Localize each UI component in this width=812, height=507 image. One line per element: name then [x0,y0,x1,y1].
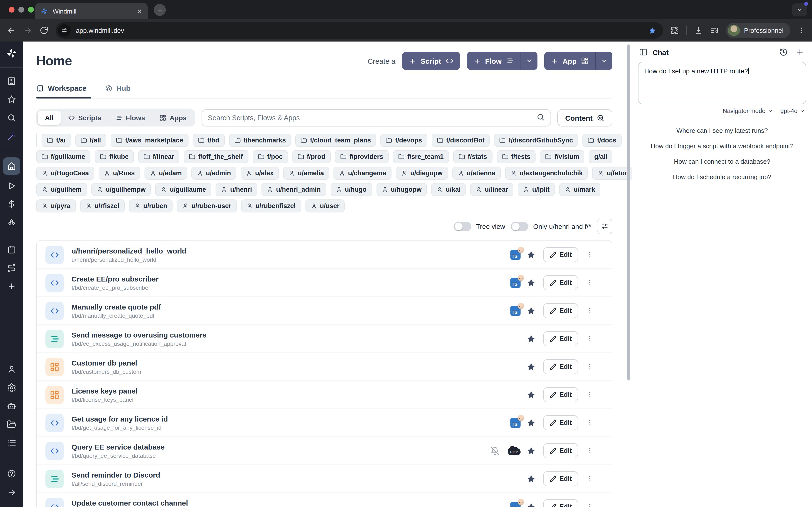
panel-toggle-icon[interactable] [639,48,648,56]
favorite-star-icon[interactable] [526,502,536,507]
owner-chip[interactable]: u/henri [216,183,257,196]
sidebar-item-variables[interactable] [3,196,20,213]
item-menu-icon[interactable] [586,419,594,427]
item-title[interactable]: Query EE service database [71,443,164,451]
create-flow-button[interactable]: Flow [467,52,537,70]
edit-button[interactable]: Edit [543,387,578,402]
create-app-button[interactable]: App [544,52,612,70]
owner-chip[interactable]: u/ruben [129,200,172,213]
edit-button[interactable]: Edit [543,247,578,262]
item-title[interactable]: Send message to overusing customers [71,331,207,339]
forward-button[interactable] [23,26,33,35]
owner-chip[interactable]: u/alex [241,167,279,180]
owner-chip[interactable]: f/stats [453,150,493,163]
item-menu-icon[interactable] [586,279,594,286]
chat-input[interactable]: How do I set up a new HTTP route? [638,62,806,104]
sidebar-expand-icon[interactable] [3,484,20,500]
owner-chip[interactable]: f/docs [582,134,621,147]
owner-chip[interactable]: f/guillaume [36,150,91,163]
bookmark-star-icon[interactable] [648,26,656,35]
list-item[interactable]: Query EE service database f/bd/query_ee_… [37,437,612,464]
owner-chip[interactable]: u/user [305,200,345,213]
sidebar-item-schedules[interactable] [3,241,20,258]
owner-chip[interactable]: u/mark [559,183,601,196]
owner-chip[interactable]: f/cloud_team_plans [296,134,376,147]
tab-workspace[interactable]: Workspace [36,84,89,98]
filter-flows[interactable]: Flows [108,111,152,125]
owner-chip[interactable]: u/rfiszel [80,200,124,213]
sidebar-item-settings[interactable] [3,380,20,396]
owner-chip[interactable]: f/sre_team1 [393,150,449,163]
sidebar-item-search[interactable] [3,110,20,126]
browser-profile-button[interactable]: Professionnel [726,23,790,38]
owner-chip[interactable]: f/off_the_shelf [184,150,248,163]
owner-chip[interactable]: u/Ross [99,167,140,180]
owner-chip[interactable]: u/guilhempw [91,183,151,196]
sidebar-item-add[interactable] [3,278,20,294]
sidebar-item-home[interactable] [3,157,20,175]
owner-chip[interactable]: f/devops [380,134,427,147]
suggestion-item[interactable]: How do I schedule a recurring job? [673,173,771,181]
item-title[interactable]: Create EE/pro subscriber [71,275,158,283]
reload-button[interactable] [40,26,48,35]
owner-chip[interactable]: u/linear [470,183,513,196]
search-icon[interactable] [537,113,545,123]
item-menu-icon[interactable] [586,475,594,483]
flow-dropdown-button[interactable] [520,52,538,70]
owner-chip[interactable]: f/benchmarks [229,134,291,147]
sidebar-item-folders[interactable] [3,416,20,433]
filter-scripts[interactable]: Scripts [61,111,108,125]
owner-chip[interactable]: u/henri_admin [262,183,326,196]
owner-chip[interactable]: f/all [75,134,106,147]
item-title[interactable]: u/henri/personalized_hello_world [71,246,186,255]
new-chat-icon[interactable] [796,48,804,56]
edit-button[interactable]: Edit [543,415,578,430]
downloads-icon[interactable] [694,26,703,35]
sidebar-item-help[interactable] [3,465,20,482]
favorite-star-icon[interactable] [526,334,536,344]
sidebar-item-runs[interactable] [3,178,20,194]
owner-chip[interactable]: u/exteugenchubchik [505,167,588,180]
sidebar-item-triggers[interactable] [3,260,20,276]
minimize-window-button[interactable] [18,7,24,12]
item-menu-icon[interactable] [586,363,594,370]
owner-chip[interactable]: g/all [589,150,613,163]
item-title[interactable]: Get usage for any licence id [71,414,168,423]
item-title[interactable]: Update customer contact channel [71,499,188,507]
favorite-star-icon[interactable] [526,446,536,456]
owner-chip[interactable]: f/bd [193,134,225,147]
list-item[interactable]: License keys panel f/bd/license_keys_pan… [37,381,612,408]
item-menu-icon[interactable] [586,503,594,507]
owner-chip[interactable]: u/amelia [283,167,329,180]
list-item[interactable]: u/henri/personalized_hello_world u/henri… [37,240,612,269]
list-item[interactable]: Send message to overusing customers f/bd… [37,325,612,352]
owner-chip[interactable]: u/hugo [331,183,372,196]
address-bar[interactable]: app.windmill.dev [56,22,663,39]
suggestion-item[interactable]: How do I trigger a script with a webhook… [651,143,794,150]
edit-button[interactable]: Edit [543,471,578,486]
item-menu-icon[interactable] [586,447,594,454]
owner-chip[interactable]: f/linear [138,150,180,163]
favorite-star-icon[interactable] [526,474,536,484]
item-title[interactable]: License keys panel [71,387,138,395]
owner-chip[interactable]: u/pyra [36,200,75,213]
sidebar-item-ai[interactable] [3,128,20,145]
favorite-star-icon[interactable] [526,250,536,260]
owner-chip[interactable]: f/tests [497,150,536,163]
owner-chip[interactable]: u/guilhem [36,183,87,196]
list-item[interactable]: Send reminder to Discord f/all/send_disc… [37,464,612,493]
favorite-star-icon[interactable] [526,390,536,400]
tab-hub[interactable]: Hub [105,84,133,98]
favorite-star-icon[interactable] [526,362,536,372]
list-item[interactable]: Manually create quote pdf f/bd/manually_… [37,296,612,325]
sidebar-item-workspace[interactable] [3,73,20,89]
owner-chip[interactable]: f/poc [253,150,288,163]
mode-select[interactable]: Navigator mode [723,108,773,114]
item-title[interactable]: Customer db panel [71,358,141,367]
tab-search-button[interactable] [792,3,807,16]
filter-apps[interactable]: Apps [152,111,194,125]
toggle-track[interactable] [511,222,528,231]
owner-chip[interactable]: u/adam [145,167,187,180]
reading-list-icon[interactable] [710,26,719,35]
sidebar-item-audit-logs[interactable] [3,435,20,451]
